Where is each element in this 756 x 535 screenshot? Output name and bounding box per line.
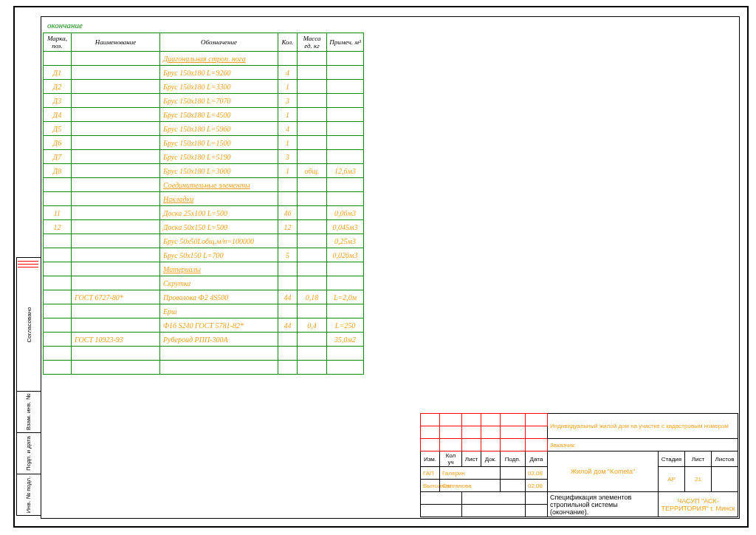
table-row: 12Доска 50х150 L=500120,045м3 <box>44 220 364 234</box>
tb-role0-name: Галерин <box>439 467 500 480</box>
continuation-label: окончание <box>47 21 83 30</box>
table-row: 11Доска 25х100 L=500460,06м3 <box>44 206 364 220</box>
tb-h-list: Лист <box>461 451 481 467</box>
tb-h-doc: Док. <box>481 451 500 467</box>
tb-role1-sign <box>500 480 525 492</box>
hdr-qty: Кол. <box>278 33 298 52</box>
table-row: Брус 50х50Lобщ.м/п=1000000,25м3 <box>44 234 364 248</box>
table-row: Д7Брус 150х180 L=51903 <box>44 150 364 164</box>
table-row: ГОСТ 10923-93Рубероид РПП-300А35,0м2 <box>44 333 364 347</box>
red-guides <box>18 259 38 270</box>
tb-h-kol: Кол уч <box>439 451 461 467</box>
tb-sheets <box>711 467 738 492</box>
hdr-mark: Марка, поз. <box>44 33 72 52</box>
title-block: Индивидуальный жилой дом на участке с ка… <box>420 413 738 517</box>
tb-company: ЧАСУП "АСК-ТЕРРИТОРИЯ" г. Минск <box>658 492 738 517</box>
table-row: Д6Брус 150х180 L=15001 <box>44 136 364 150</box>
table-row: Д1Брус 150х180 L=92604 <box>44 66 364 80</box>
side-inv: Взам. инв. № <box>26 394 32 431</box>
tb-h-izm: Изм. <box>420 451 439 467</box>
table-row <box>44 361 364 375</box>
table-row: Д8Брус 150х180 L=30001общ.12,6м3 <box>44 164 364 178</box>
tb-h-sheets: Листов <box>711 451 738 467</box>
tb-stage: АР <box>658 467 684 492</box>
tb-h-sheet: Лист <box>684 451 711 467</box>
table-row: Ерш <box>44 304 364 318</box>
hdr-design: Обозначение <box>160 33 278 52</box>
tb-role0-sign <box>500 467 525 480</box>
hdr-mass: Масса ед. кг <box>298 33 327 52</box>
side-orig: Инв. № подл. <box>26 477 32 514</box>
tb-client: Заказчик: <box>547 439 738 451</box>
tb-role1-name: Салганова <box>439 480 500 492</box>
table-row: Брус 50х150 L=70050,026м3 <box>44 248 364 262</box>
hdr-name: Наименование <box>72 33 160 52</box>
table-row: Д2Брус 150х180 L=33001 <box>44 80 364 94</box>
tb-role0: ГАП <box>420 467 439 480</box>
side-sign: Подп. и дата <box>26 436 32 471</box>
tb-h-stage: Стадия <box>658 451 684 467</box>
tb-desc: Спецификация элементов стропильной систе… <box>547 492 658 517</box>
tb-role1: Выполнил <box>420 480 439 492</box>
table-row: ГОСТ 6727-80*Проволока Ф2 4S500440,18L=2… <box>44 290 364 304</box>
tb-role1-date: 02.08 <box>525 480 547 492</box>
tb-h-date: Дата <box>525 451 547 467</box>
table-row <box>44 347 364 361</box>
tb-role0-date: 02.08 <box>525 467 547 480</box>
tb-project: Индивидуальный жилой дом на участке с ка… <box>547 414 738 439</box>
side-stamp-strip: Согласовано Взам. инв. № Подп. и дата Ин… <box>16 257 41 516</box>
table-row: Накладки <box>44 192 364 206</box>
table-row: Соединительные элементы <box>44 178 364 192</box>
hdr-note: Примеч. м³ <box>327 33 364 52</box>
tb-h-sign: Подп. <box>500 451 525 467</box>
tb-sheet: 21 <box>684 467 711 492</box>
spec-table: Марка, поз. Наименование Обозначение Кол… <box>43 33 364 375</box>
table-row: Д5Брус 150х180 L=59604 <box>44 122 364 136</box>
table-row: Д3Брус 150х180 L=70703 <box>44 94 364 108</box>
tb-object: Жилой дом "Kometa" <box>547 451 658 492</box>
table-row: Материалы <box>44 262 364 276</box>
table-row: Д4Брус 150х180 L=45001 <box>44 108 364 122</box>
table-row: Диагональная строп. нога <box>44 52 364 66</box>
table-row: Скрутка <box>44 276 364 290</box>
table-row: Ф16 S240 ГОСТ 5781-82*440,4L=250 <box>44 318 364 333</box>
side-agree: Согласовано <box>26 307 32 342</box>
